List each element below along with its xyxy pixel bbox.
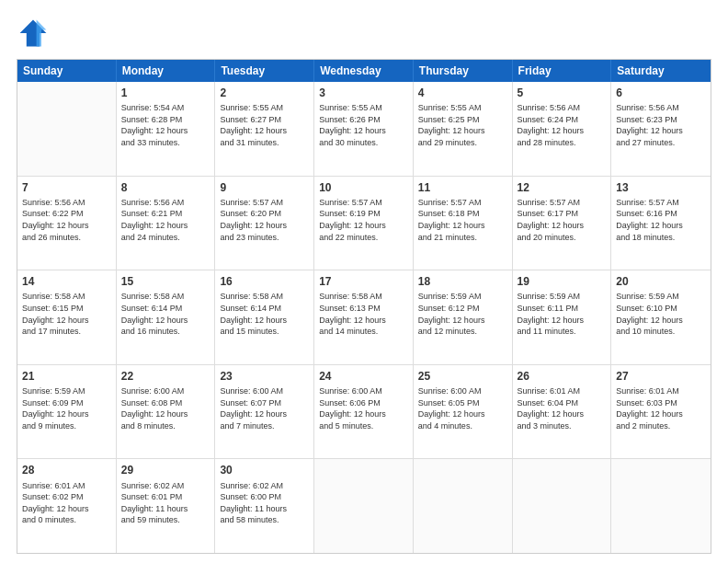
day-number: 29 bbox=[121, 463, 210, 477]
weekday-header-thursday: Thursday bbox=[414, 60, 513, 82]
day-cell-12: 12Sunrise: 5:57 AM Sunset: 6:17 PM Dayli… bbox=[513, 177, 612, 270]
day-info: Sunrise: 5:58 AM Sunset: 6:13 PM Dayligh… bbox=[319, 291, 408, 337]
day-info: Sunrise: 6:00 AM Sunset: 6:06 PM Dayligh… bbox=[319, 385, 408, 431]
day-number: 8 bbox=[121, 180, 210, 195]
day-cell-13: 13Sunrise: 5:57 AM Sunset: 6:16 PM Dayli… bbox=[611, 177, 711, 270]
day-cell-3: 3Sunrise: 5:55 AM Sunset: 6:26 PM Daylig… bbox=[314, 82, 414, 176]
day-cell-6: 6Sunrise: 5:56 AM Sunset: 6:23 PM Daylig… bbox=[611, 82, 711, 176]
day-cell-10: 10Sunrise: 5:57 AM Sunset: 6:19 PM Dayli… bbox=[314, 177, 414, 270]
day-info: Sunrise: 5:57 AM Sunset: 6:20 PM Dayligh… bbox=[220, 197, 309, 243]
day-number: 1 bbox=[121, 86, 210, 100]
day-number: 17 bbox=[319, 274, 408, 289]
calendar-row-5: 28Sunrise: 6:01 AM Sunset: 6:02 PM Dayli… bbox=[17, 458, 711, 553]
day-cell-24: 24Sunrise: 6:00 AM Sunset: 6:06 PM Dayli… bbox=[314, 365, 414, 459]
day-info: Sunrise: 5:58 AM Sunset: 6:14 PM Dayligh… bbox=[220, 291, 309, 337]
day-info: Sunrise: 6:00 AM Sunset: 6:05 PM Dayligh… bbox=[418, 385, 507, 431]
day-info: Sunrise: 6:00 AM Sunset: 6:08 PM Dayligh… bbox=[121, 385, 210, 431]
day-cell-9: 9Sunrise: 5:57 AM Sunset: 6:20 PM Daylig… bbox=[215, 177, 314, 270]
day-cell-15: 15Sunrise: 5:58 AM Sunset: 6:14 PM Dayli… bbox=[117, 270, 216, 364]
weekday-header-friday: Friday bbox=[513, 60, 612, 82]
day-info: Sunrise: 5:59 AM Sunset: 6:12 PM Dayligh… bbox=[418, 291, 507, 337]
day-cell-19: 19Sunrise: 5:59 AM Sunset: 6:11 PM Dayli… bbox=[513, 270, 612, 364]
day-number: 4 bbox=[418, 86, 507, 100]
day-cell-28: 28Sunrise: 6:01 AM Sunset: 6:02 PM Dayli… bbox=[17, 459, 117, 553]
day-cell-4: 4Sunrise: 5:55 AM Sunset: 6:25 PM Daylig… bbox=[414, 82, 513, 176]
calendar-header: SundayMondayTuesdayWednesdayThursdayFrid… bbox=[17, 60, 711, 82]
day-number: 19 bbox=[518, 274, 607, 289]
empty-cell bbox=[17, 82, 117, 176]
day-info: Sunrise: 6:01 AM Sunset: 6:02 PM Dayligh… bbox=[22, 480, 111, 526]
day-info: Sunrise: 5:58 AM Sunset: 6:14 PM Dayligh… bbox=[121, 291, 210, 337]
day-number: 16 bbox=[220, 274, 309, 289]
day-number: 2 bbox=[220, 86, 309, 100]
day-info: Sunrise: 5:57 AM Sunset: 6:19 PM Dayligh… bbox=[319, 197, 408, 243]
day-info: Sunrise: 6:01 AM Sunset: 6:03 PM Dayligh… bbox=[616, 385, 706, 431]
calendar: SundayMondayTuesdayWednesdayThursdayFrid… bbox=[17, 59, 711, 554]
day-info: Sunrise: 5:56 AM Sunset: 6:23 PM Dayligh… bbox=[616, 102, 706, 148]
day-cell-26: 26Sunrise: 6:01 AM Sunset: 6:04 PM Dayli… bbox=[513, 365, 612, 459]
svg-marker-0 bbox=[20, 20, 47, 47]
day-info: Sunrise: 5:55 AM Sunset: 6:25 PM Dayligh… bbox=[418, 102, 507, 148]
day-info: Sunrise: 5:56 AM Sunset: 6:24 PM Dayligh… bbox=[518, 102, 607, 148]
day-number: 9 bbox=[220, 180, 309, 195]
day-number: 5 bbox=[518, 86, 607, 100]
day-number: 21 bbox=[22, 369, 111, 384]
empty-cell bbox=[314, 459, 414, 553]
day-cell-20: 20Sunrise: 5:59 AM Sunset: 6:10 PM Dayli… bbox=[611, 270, 711, 364]
day-number: 12 bbox=[518, 180, 607, 195]
day-number: 13 bbox=[616, 180, 706, 195]
day-info: Sunrise: 5:56 AM Sunset: 6:21 PM Dayligh… bbox=[121, 197, 210, 243]
day-info: Sunrise: 6:00 AM Sunset: 6:07 PM Dayligh… bbox=[220, 385, 309, 431]
day-number: 26 bbox=[518, 369, 607, 384]
day-number: 11 bbox=[418, 180, 507, 195]
day-number: 14 bbox=[22, 274, 111, 289]
day-number: 22 bbox=[121, 369, 210, 384]
day-cell-22: 22Sunrise: 6:00 AM Sunset: 6:08 PM Dayli… bbox=[117, 365, 216, 459]
day-number: 7 bbox=[22, 180, 111, 195]
calendar-body: 1Sunrise: 5:54 AM Sunset: 6:28 PM Daylig… bbox=[17, 82, 711, 553]
day-info: Sunrise: 5:57 AM Sunset: 6:18 PM Dayligh… bbox=[418, 197, 507, 243]
day-info: Sunrise: 5:55 AM Sunset: 6:26 PM Dayligh… bbox=[319, 102, 408, 148]
day-info: Sunrise: 6:02 AM Sunset: 6:00 PM Dayligh… bbox=[220, 480, 309, 526]
logo bbox=[17, 17, 53, 50]
page: SundayMondayTuesdayWednesdayThursdayFrid… bbox=[0, 0, 728, 563]
weekday-header-sunday: Sunday bbox=[17, 60, 117, 82]
empty-cell bbox=[513, 459, 612, 553]
day-cell-21: 21Sunrise: 5:59 AM Sunset: 6:09 PM Dayli… bbox=[17, 365, 117, 459]
day-info: Sunrise: 5:54 AM Sunset: 6:28 PM Dayligh… bbox=[121, 102, 210, 148]
day-cell-17: 17Sunrise: 5:58 AM Sunset: 6:13 PM Dayli… bbox=[314, 270, 414, 364]
day-cell-5: 5Sunrise: 5:56 AM Sunset: 6:24 PM Daylig… bbox=[513, 82, 612, 176]
day-number: 3 bbox=[319, 86, 408, 100]
empty-cell bbox=[611, 459, 711, 553]
empty-cell bbox=[414, 459, 513, 553]
day-number: 24 bbox=[319, 369, 408, 384]
weekday-header-saturday: Saturday bbox=[611, 60, 711, 82]
day-cell-1: 1Sunrise: 5:54 AM Sunset: 6:28 PM Daylig… bbox=[117, 82, 216, 176]
day-cell-30: 30Sunrise: 6:02 AM Sunset: 6:00 PM Dayli… bbox=[215, 459, 314, 553]
day-number: 15 bbox=[121, 274, 210, 289]
day-cell-7: 7Sunrise: 5:56 AM Sunset: 6:22 PM Daylig… bbox=[17, 177, 117, 270]
calendar-row-2: 7Sunrise: 5:56 AM Sunset: 6:22 PM Daylig… bbox=[17, 176, 711, 270]
day-cell-29: 29Sunrise: 6:02 AM Sunset: 6:01 PM Dayli… bbox=[117, 459, 216, 553]
day-info: Sunrise: 5:59 AM Sunset: 6:10 PM Dayligh… bbox=[616, 291, 706, 337]
day-number: 20 bbox=[616, 274, 706, 289]
day-info: Sunrise: 6:02 AM Sunset: 6:01 PM Dayligh… bbox=[121, 480, 210, 526]
day-cell-27: 27Sunrise: 6:01 AM Sunset: 6:03 PM Dayli… bbox=[611, 365, 711, 459]
day-info: Sunrise: 5:57 AM Sunset: 6:17 PM Dayligh… bbox=[518, 197, 607, 243]
day-cell-25: 25Sunrise: 6:00 AM Sunset: 6:05 PM Dayli… bbox=[414, 365, 513, 459]
day-info: Sunrise: 5:58 AM Sunset: 6:15 PM Dayligh… bbox=[22, 291, 111, 337]
day-number: 23 bbox=[220, 369, 309, 384]
day-info: Sunrise: 5:59 AM Sunset: 6:09 PM Dayligh… bbox=[22, 385, 111, 431]
day-cell-11: 11Sunrise: 5:57 AM Sunset: 6:18 PM Dayli… bbox=[414, 177, 513, 270]
calendar-row-4: 21Sunrise: 5:59 AM Sunset: 6:09 PM Dayli… bbox=[17, 364, 711, 459]
day-number: 10 bbox=[319, 180, 408, 195]
day-number: 6 bbox=[616, 86, 706, 100]
day-info: Sunrise: 6:01 AM Sunset: 6:04 PM Dayligh… bbox=[518, 385, 607, 431]
day-number: 30 bbox=[220, 463, 309, 477]
day-cell-14: 14Sunrise: 5:58 AM Sunset: 6:15 PM Dayli… bbox=[17, 270, 117, 364]
weekday-header-wednesday: Wednesday bbox=[314, 60, 414, 82]
day-cell-18: 18Sunrise: 5:59 AM Sunset: 6:12 PM Dayli… bbox=[414, 270, 513, 364]
day-info: Sunrise: 5:59 AM Sunset: 6:11 PM Dayligh… bbox=[518, 291, 607, 337]
day-cell-8: 8Sunrise: 5:56 AM Sunset: 6:21 PM Daylig… bbox=[117, 177, 216, 270]
day-number: 28 bbox=[22, 463, 111, 477]
